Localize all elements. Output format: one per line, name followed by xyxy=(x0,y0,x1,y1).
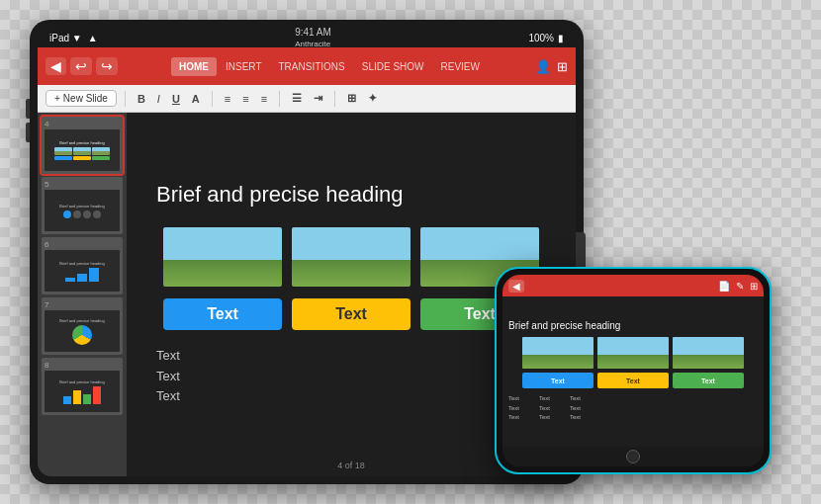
format-divider-2 xyxy=(212,91,213,107)
slide-heading: Brief and precise heading xyxy=(156,182,404,208)
bar2 xyxy=(73,390,81,404)
slide-images-row xyxy=(163,227,539,287)
iphone-home-button[interactable] xyxy=(626,450,640,463)
align-left-button[interactable]: ≡ xyxy=(221,92,234,106)
iphone-toolbar-right: 📄 ✎ ⊞ xyxy=(718,281,758,292)
tab-review[interactable]: REVIEW xyxy=(433,57,488,76)
ipad-toolbar: ◀ ↩ ↪ HOME INSERT TRANSITIONS SLIDE SHOW… xyxy=(38,47,576,85)
thumb-img-3 xyxy=(92,147,110,155)
slide-text-item-2: Text xyxy=(156,367,180,387)
iphone-text-col-3: Text Text Text xyxy=(570,394,581,423)
scene: iPad ▼ ▲ 9:41 AM Anthracite 100% ▮ ◀ ↩ ↪ xyxy=(0,0,821,504)
toolbar-right: 👤 ⊞ xyxy=(535,59,568,74)
iphone-toolbar: ◀ 📄 ✎ ⊞ xyxy=(502,275,764,296)
slide-thumb-5[interactable]: 5 Brief and precise heading xyxy=(42,177,123,234)
ipad-label: iPad ▼ xyxy=(49,33,82,43)
italic-button[interactable]: I xyxy=(153,92,164,106)
statusbar-right: 100% ▮ xyxy=(528,33,564,43)
slide-thumb-4[interactable]: 4 Brief and precise heading xyxy=(42,117,123,174)
dot-1 xyxy=(63,210,71,218)
slide-number-5: 5 xyxy=(45,180,120,189)
more-button[interactable]: ✦ xyxy=(364,91,381,106)
slide-number-6: 6 xyxy=(45,240,120,249)
iphone-button-text-1[interactable]: Text xyxy=(522,373,593,388)
iphone-file-icon[interactable]: 📄 xyxy=(718,281,730,292)
slide-thumb-8[interactable]: 8 Brief and precise heading xyxy=(42,358,123,415)
iphone-image-2 xyxy=(597,337,669,369)
iphone-bottom-bar xyxy=(502,447,764,466)
battery-icon: ▮ xyxy=(558,33,564,43)
thumb-btn-yellow xyxy=(73,156,91,160)
slide-text-list: Text Text Text xyxy=(156,346,180,407)
dot-2 xyxy=(73,210,81,218)
iphone-col1-item2: Text xyxy=(508,404,519,414)
format-divider-3 xyxy=(279,91,280,107)
thumb-btn-green xyxy=(92,156,110,160)
new-slide-button[interactable]: + New Slide xyxy=(46,90,117,107)
iphone-text-columns: Text Text Text Text Text Text Text Text … xyxy=(508,394,581,423)
thumb6-step1 xyxy=(65,268,75,282)
iphone-button-text-2[interactable]: Text xyxy=(597,373,669,388)
tab-transitions[interactable]: TRANSITIONS xyxy=(271,57,353,76)
tab-home[interactable]: HOME xyxy=(171,57,217,76)
format-bar: + New Slide B I U A ≡ ≡ ≡ ☰ ⇥ ⊞ ✦ xyxy=(38,85,576,113)
font-color-button[interactable]: A xyxy=(188,92,204,106)
new-slide-plus-icon: + xyxy=(54,93,60,104)
iphone-back-button[interactable]: ◀ xyxy=(508,280,524,293)
iphone-buttons-row: Text Text Text xyxy=(522,373,744,388)
slide-text-item-1: Text xyxy=(156,346,180,367)
align-center-button[interactable]: ≡ xyxy=(238,92,252,106)
iphone-text-col-1: Text Text Text xyxy=(508,394,519,423)
table-button[interactable]: ⊞ xyxy=(343,91,360,106)
iphone-col3-item2: Text xyxy=(570,404,581,414)
user-icon[interactable]: 👤 xyxy=(535,59,551,74)
indent-button[interactable]: ⇥ xyxy=(310,91,326,106)
volume-down-button[interactable] xyxy=(26,123,30,142)
thumb-images-4 xyxy=(54,147,110,155)
iphone-grid-icon[interactable]: ⊞ xyxy=(750,281,758,292)
redo-button[interactable]: ↪ xyxy=(96,57,118,75)
iphone-screen: ◀ 📄 ✎ ⊞ Brief and precise heading Text xyxy=(502,275,764,466)
slide-button-text-1[interactable]: Text xyxy=(163,298,282,330)
slide-thumb-inner-4: Brief and precise heading xyxy=(45,129,120,171)
slide-number-7: 7 xyxy=(45,300,120,309)
undo-button[interactable]: ↩ xyxy=(70,57,92,75)
thumb7-pie xyxy=(72,325,92,345)
iphone-col3-item1: Text xyxy=(570,394,581,404)
volume-up-button[interactable] xyxy=(26,99,30,119)
iphone-slide-heading: Brief and precise heading xyxy=(508,320,620,331)
ipad-home-button[interactable] xyxy=(576,232,586,272)
iphone-col2-item3: Text xyxy=(539,413,550,423)
thumb6-step2 xyxy=(77,268,87,282)
iphone-button-text-3[interactable]: Text xyxy=(673,373,744,388)
iphone-edit-icon[interactable]: ✎ xyxy=(736,281,744,292)
slide-number-8: 8 xyxy=(45,361,120,370)
iphone-image-3 xyxy=(673,337,744,369)
thumb6-steps xyxy=(65,268,99,282)
tab-insert[interactable]: INSERT xyxy=(218,57,270,76)
underline-button[interactable]: U xyxy=(168,92,184,106)
dot-4 xyxy=(93,210,101,218)
back-button[interactable]: ◀ xyxy=(46,57,66,75)
new-slide-label: New Slide xyxy=(63,93,108,104)
slide-pagination: 4 of 18 xyxy=(337,461,365,470)
statusbar-left: iPad ▼ ▲ xyxy=(49,33,98,43)
ipad-statusbar: iPad ▼ ▲ 9:41 AM Anthracite 100% ▮ xyxy=(38,28,576,47)
bold-button[interactable]: B xyxy=(134,92,149,106)
bar4 xyxy=(93,386,101,404)
statusbar-center: 9:41 AM Anthracite xyxy=(295,28,331,48)
slide-thumb-6[interactable]: 6 Brief and precise heading xyxy=(42,237,123,294)
iphone-text-col-2: Text Text Text xyxy=(539,394,550,423)
slide-thumb-inner-7: Brief and precise heading xyxy=(45,310,120,352)
slide-thumb-7[interactable]: 7 Brief and precise heading xyxy=(42,297,123,355)
align-right-button[interactable]: ≡ xyxy=(257,92,271,106)
slide-button-text-2[interactable]: Text xyxy=(292,298,410,330)
grid-view-icon[interactable]: ⊞ xyxy=(557,59,568,74)
format-divider-1 xyxy=(125,91,126,107)
list-button[interactable]: ☰ xyxy=(288,91,306,106)
slide-buttons-row: Text Text Text xyxy=(163,298,539,330)
slide-panel: 4 Brief and precise heading xyxy=(38,113,127,476)
tab-slideshow[interactable]: SLIDE SHOW xyxy=(354,57,432,76)
ipad-volume-buttons xyxy=(26,99,30,142)
slide-thumb-inner-5: Brief and precise heading xyxy=(45,190,120,231)
